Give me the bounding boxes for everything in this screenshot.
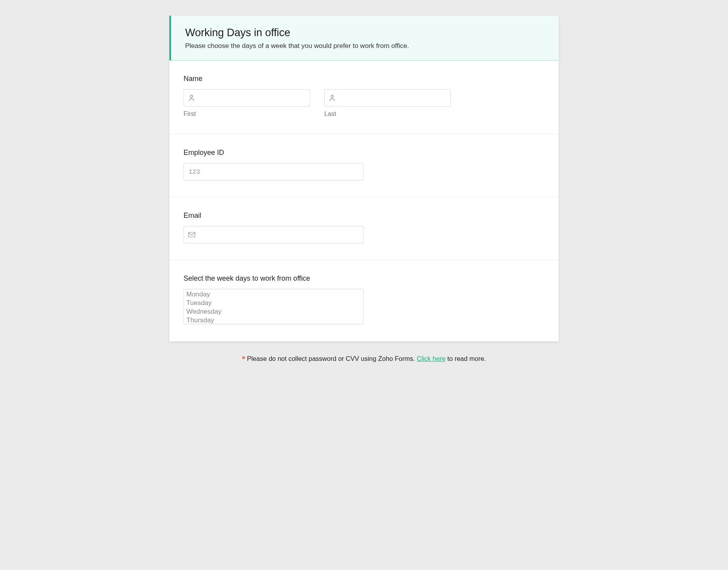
first-name-col: First (184, 89, 310, 118)
email-label: Email (184, 211, 544, 220)
name-label: Name (184, 75, 544, 83)
form-container: Working Days in office Please choose the… (169, 16, 559, 341)
weekdays-select[interactable]: Monday Tuesday Wednesday Thursday (184, 289, 364, 324)
footer-text-before: Please do not collect password or CVV us… (245, 355, 417, 362)
svg-point-0 (190, 95, 193, 97)
employee-id-section: Employee ID (169, 134, 559, 197)
last-name-input-wrap (324, 89, 451, 107)
last-name-col: Last (324, 89, 451, 118)
weekday-option[interactable]: Monday (184, 290, 363, 299)
employee-id-input-wrap (184, 163, 364, 180)
weekday-option[interactable]: Thursday (184, 316, 363, 324)
svg-rect-2 (189, 232, 195, 237)
svg-point-1 (331, 95, 333, 97)
employee-id-input[interactable] (184, 163, 364, 180)
weekday-option[interactable]: Tuesday (184, 299, 363, 307)
form-subtitle: Please choose the days of a week that yo… (185, 42, 544, 50)
footer-text-after: to read more. (445, 355, 486, 362)
email-section: Email (169, 197, 559, 260)
name-row: First Last (184, 89, 544, 118)
asterisk-icon: * (242, 355, 245, 363)
first-name-input-wrap (184, 89, 310, 107)
last-name-input[interactable] (324, 89, 451, 107)
footer-note: * Please do not collect password or CVV … (169, 355, 559, 364)
first-name-sublabel: First (184, 110, 310, 118)
weekdays-label: Select the week days to work from office (184, 274, 544, 283)
person-icon (188, 94, 195, 101)
first-name-input[interactable] (184, 89, 310, 107)
last-name-sublabel: Last (324, 110, 451, 118)
form-header: Working Days in office Please choose the… (169, 16, 559, 61)
person-icon (329, 94, 335, 101)
envelope-icon (188, 232, 195, 237)
form-title: Working Days in office (185, 27, 544, 39)
email-input-wrap (184, 226, 364, 243)
weekday-option[interactable]: Wednesday (184, 307, 363, 316)
name-section: Name First (169, 61, 559, 134)
click-here-link[interactable]: Click here (417, 355, 445, 362)
weekdays-section: Select the week days to work from office… (169, 260, 559, 341)
employee-id-label: Employee ID (184, 149, 544, 157)
email-input[interactable] (184, 226, 364, 243)
